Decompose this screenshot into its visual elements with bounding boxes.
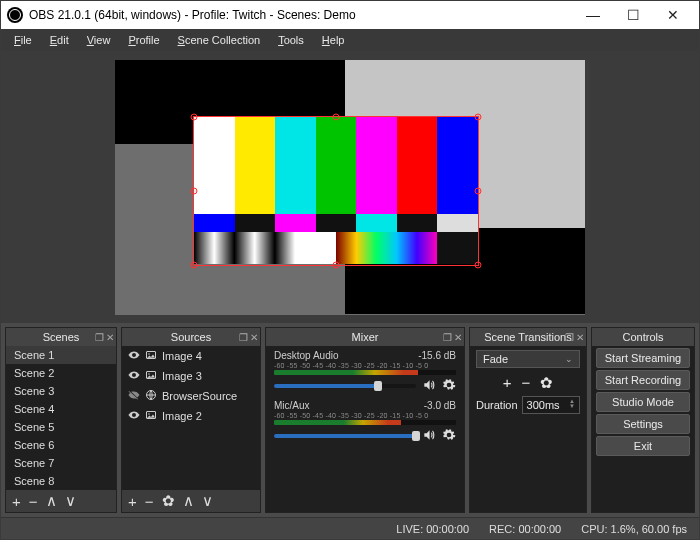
visibility-toggle-icon[interactable] — [128, 409, 140, 423]
transitions-panel: Scene Transitions ❐✕ Fade ⌄ + − ✿ Durati… — [469, 327, 587, 513]
menu-file[interactable]: File — [7, 32, 39, 48]
visibility-toggle-icon[interactable] — [128, 389, 140, 403]
menu-help[interactable]: Help — [315, 32, 352, 48]
menubar: File Edit View Profile Scene Collection … — [1, 29, 699, 51]
source-item[interactable]: Image 4 — [122, 346, 260, 366]
status-rec: REC: 00:00:00 — [489, 523, 561, 535]
obs-window: OBS 21.0.1 (64bit, windows) - Profile: T… — [0, 0, 700, 540]
close-icon[interactable]: ✕ — [454, 332, 462, 343]
add-scene-button[interactable]: + — [12, 493, 21, 510]
duration-input[interactable]: 300ms ▲▼ — [522, 396, 580, 414]
maximize-button[interactable]: ☐ — [613, 1, 653, 29]
source-item[interactable]: Image 3 — [122, 366, 260, 386]
source-properties-button[interactable]: ✿ — [162, 492, 175, 510]
resize-handle[interactable] — [191, 113, 198, 120]
resize-handle[interactable] — [475, 261, 482, 268]
menu-edit[interactable]: Edit — [43, 32, 76, 48]
studio-mode-button[interactable]: Studio Mode — [596, 392, 690, 412]
scene-item[interactable]: Scene 6 — [6, 436, 116, 454]
speaker-icon[interactable] — [422, 378, 436, 394]
move-scene-up-button[interactable]: ∧ — [46, 492, 57, 510]
exit-button[interactable]: Exit — [596, 436, 690, 456]
resize-handle[interactable] — [333, 261, 340, 268]
scene-item[interactable]: Scene 2 — [6, 364, 116, 382]
mixer-header[interactable]: Mixer ❐✕ — [266, 328, 464, 346]
start-recording-button[interactable]: Start Recording — [596, 370, 690, 390]
duration-label: Duration — [476, 399, 518, 411]
menu-tools[interactable]: Tools — [271, 32, 311, 48]
smpte-bars-icon — [194, 117, 478, 215]
add-transition-button[interactable]: + — [503, 374, 512, 392]
popout-icon[interactable]: ❐ — [95, 332, 104, 343]
move-source-down-button[interactable]: ∨ — [202, 492, 213, 510]
scenes-list[interactable]: Scene 1Scene 2Scene 3Scene 4Scene 5Scene… — [6, 346, 116, 490]
volume-slider[interactable] — [274, 434, 416, 438]
visibility-toggle-icon[interactable] — [128, 349, 140, 363]
mixer-panel: Mixer ❐✕ Desktop Audio-15.6 dB -60 -55 -… — [265, 327, 465, 513]
close-icon[interactable]: ✕ — [106, 332, 114, 343]
statusbar: LIVE: 00:00:00 REC: 00:00:00 CPU: 1.6%, … — [1, 517, 699, 539]
sources-list[interactable]: Image 4Image 3BrowserSourceImage 2 — [122, 346, 260, 490]
move-scene-down-button[interactable]: ∨ — [65, 492, 76, 510]
chevron-down-icon: ⌄ — [565, 354, 573, 364]
menu-view[interactable]: View — [80, 32, 118, 48]
scene-item[interactable]: Scene 5 — [6, 418, 116, 436]
resize-handle[interactable] — [475, 113, 482, 120]
close-icon[interactable]: ✕ — [576, 332, 584, 343]
scene-item[interactable]: Scene 4 — [6, 400, 116, 418]
source-name: BrowserSource — [162, 390, 237, 402]
close-button[interactable]: ✕ — [653, 1, 693, 29]
controls-body: Start StreamingStart RecordingStudio Mod… — [592, 346, 694, 512]
smpte-castellation — [194, 214, 478, 232]
popout-icon[interactable]: ❐ — [239, 332, 248, 343]
minimize-button[interactable]: — — [573, 1, 613, 29]
mixer-channel: Mic/Aux-3.0 dB -60 -55 -50 -45 -40 -35 -… — [266, 396, 464, 446]
svg-point-6 — [148, 413, 150, 415]
popout-icon[interactable]: ❐ — [443, 332, 452, 343]
close-icon[interactable]: ✕ — [250, 332, 258, 343]
resize-handle[interactable] — [475, 187, 482, 194]
transition-properties-button[interactable]: ✿ — [540, 374, 553, 392]
controls-title: Controls — [623, 331, 664, 343]
gear-icon[interactable] — [442, 378, 456, 394]
db-scale: -60 -55 -50 -45 -40 -35 -30 -25 -20 -15 … — [274, 362, 456, 369]
menu-profile[interactable]: Profile — [121, 32, 166, 48]
menu-scene-collection[interactable]: Scene Collection — [171, 32, 268, 48]
volume-slider[interactable] — [274, 384, 416, 388]
add-source-button[interactable]: + — [128, 493, 137, 510]
controls-header[interactable]: Controls — [592, 328, 694, 346]
scene-item[interactable]: Scene 7 — [6, 454, 116, 472]
sources-header[interactable]: Sources ❐✕ — [122, 328, 260, 346]
source-item[interactable]: Image 2 — [122, 406, 260, 426]
scene-item[interactable]: Scene 1 — [6, 346, 116, 364]
popout-icon[interactable]: ❐ — [565, 332, 574, 343]
remove-transition-button[interactable]: − — [522, 374, 531, 392]
resize-handle[interactable] — [191, 187, 198, 194]
gear-icon[interactable] — [442, 428, 456, 444]
resize-handle[interactable] — [333, 113, 340, 120]
source-item[interactable]: BrowserSource — [122, 386, 260, 406]
start-streaming-button[interactable]: Start Streaming — [596, 348, 690, 368]
spinner-icon[interactable]: ▲▼ — [569, 399, 575, 411]
settings-button[interactable]: Settings — [596, 414, 690, 434]
visibility-toggle-icon[interactable] — [128, 369, 140, 383]
channel-db: -15.6 dB — [418, 350, 456, 361]
transition-select[interactable]: Fade ⌄ — [476, 350, 580, 368]
resize-handle[interactable] — [191, 261, 198, 268]
source-name: Image 4 — [162, 350, 202, 362]
selected-source-bounds[interactable] — [193, 116, 479, 266]
smpte-pluge — [194, 232, 478, 265]
move-source-up-button[interactable]: ∧ — [183, 492, 194, 510]
scene-item[interactable]: Scene 3 — [6, 382, 116, 400]
mixer-body: Desktop Audio-15.6 dB -60 -55 -50 -45 -4… — [266, 346, 464, 512]
preview-canvas[interactable] — [115, 60, 585, 315]
source-name: Image 2 — [162, 410, 202, 422]
transitions-header[interactable]: Scene Transitions ❐✕ — [470, 328, 586, 346]
image-icon — [145, 409, 157, 423]
remove-source-button[interactable]: − — [145, 493, 154, 510]
remove-scene-button[interactable]: − — [29, 493, 38, 510]
speaker-icon[interactable] — [422, 428, 436, 444]
scene-item[interactable]: Scene 8 — [6, 472, 116, 490]
scenes-header[interactable]: Scenes ❐✕ — [6, 328, 116, 346]
status-cpu: CPU: 1.6%, 60.00 fps — [581, 523, 687, 535]
